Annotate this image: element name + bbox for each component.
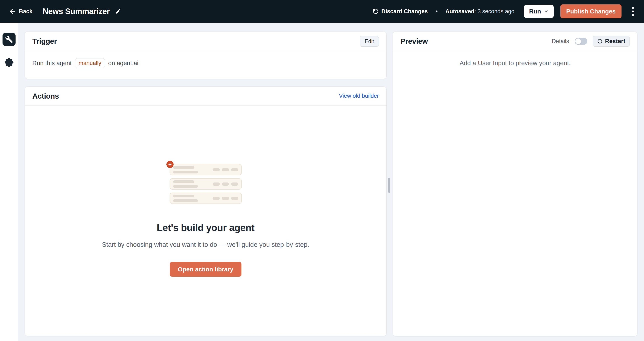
back-label: Back — [19, 8, 32, 15]
autosave-label: Autosaved — [446, 8, 474, 15]
back-button[interactable]: Back — [9, 8, 32, 15]
autosave-status: Autosaved: 3 seconds ago — [446, 8, 514, 15]
page-title: News Summarizer — [43, 7, 110, 16]
scrollbar-thumb[interactable] — [388, 178, 390, 193]
actions-placeholder-illustration — [170, 164, 242, 204]
details-toggle[interactable] — [575, 38, 587, 45]
preview-header: Preview Details Restart — [393, 32, 637, 51]
restart-icon — [597, 39, 602, 44]
skeleton-row — [170, 178, 242, 190]
actions-title: Actions — [32, 92, 59, 100]
run-button[interactable]: Run — [524, 5, 554, 18]
preview-column: Preview Details Restart Add a User Input… — [393, 31, 638, 341]
preview-controls: Details Restart — [552, 36, 630, 47]
trigger-sentence-suffix: on agent.ai — [108, 60, 138, 67]
plus-icon — [166, 161, 174, 168]
restart-button[interactable]: Restart — [593, 36, 630, 47]
more-options-button[interactable] — [631, 6, 635, 17]
discard-changes-label: Discard Changes — [381, 8, 428, 15]
edit-title-button[interactable] — [115, 9, 121, 14]
sidebar-item-settings[interactable] — [4, 58, 14, 67]
trigger-header: Trigger Edit — [25, 32, 386, 51]
trigger-panel: Trigger Edit Run this agent manually on … — [24, 31, 386, 79]
arrow-left-icon — [9, 8, 16, 15]
actions-header: Actions View old builder — [25, 87, 386, 106]
trigger-description: Run this agent manually on agent.ai — [25, 51, 386, 75]
history-icon — [372, 8, 379, 15]
details-label: Details — [552, 38, 569, 45]
trigger-sentence-prefix: Run this agent — [32, 60, 72, 67]
publish-changes-button[interactable]: Publish Changes — [560, 5, 622, 18]
pencil-icon — [115, 9, 121, 14]
dot-separator — [436, 11, 438, 12]
chevron-down-icon — [544, 9, 548, 14]
preview-title: Preview — [400, 37, 428, 46]
gear-icon — [4, 58, 14, 67]
autosave-time: : 3 seconds ago — [474, 8, 514, 15]
trigger-title: Trigger — [32, 37, 57, 46]
open-action-library-button[interactable]: Open action library — [170, 262, 241, 277]
sidebar — [0, 23, 18, 341]
skeleton-row — [170, 164, 242, 175]
toggle-knob — [575, 39, 581, 44]
empty-state-subtitle: Start by choosing what you want it to do… — [102, 241, 309, 248]
topbar-actions: Discard Changes Autosaved: 3 seconds ago… — [372, 5, 635, 18]
wrench-icon — [6, 36, 12, 43]
preview-panel: Preview Details Restart Add a User Input… — [393, 31, 638, 336]
empty-state-heading: Let's build your agent — [157, 222, 254, 233]
builder-column: Trigger Edit Run this agent manually on … — [24, 31, 386, 341]
view-old-builder-link[interactable]: View old builder — [339, 93, 379, 99]
edit-trigger-button[interactable]: Edit — [360, 36, 379, 47]
discard-changes-button[interactable]: Discard Changes — [372, 8, 428, 15]
actions-empty-state: Let's build your agent Start by choosing… — [25, 106, 386, 336]
preview-empty-message: Add a User Input to preview your agent. — [393, 51, 637, 67]
skeleton-row — [170, 193, 242, 204]
trigger-mode-pill[interactable]: manually — [75, 58, 105, 68]
app-body: Trigger Edit Run this agent manually on … — [0, 23, 644, 341]
main-content: Trigger Edit Run this agent manually on … — [18, 23, 644, 341]
run-label: Run — [529, 8, 541, 15]
sidebar-item-build[interactable] — [2, 33, 16, 46]
topbar: Back News Summarizer Discard Changes Aut… — [0, 0, 644, 23]
restart-label: Restart — [605, 38, 625, 45]
actions-panel: Actions View old builder — [24, 86, 386, 336]
